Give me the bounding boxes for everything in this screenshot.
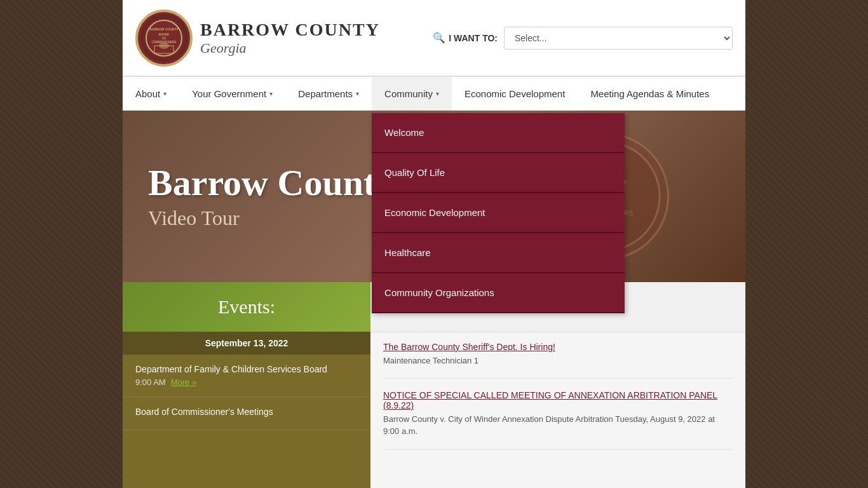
- nav-item-your-government: Your Government ▾: [179, 77, 285, 111]
- events-date: September 13, 2022: [123, 332, 370, 355]
- dropdown-item-quality-of-life[interactable]: Quality Of Life: [372, 153, 625, 193]
- dropdown-item-economic-development[interactable]: Economic Development: [372, 193, 625, 233]
- events-section-title: Events:: [218, 296, 275, 317]
- i-want-to-section: 🔍 I WANT TO: Select...: [433, 27, 733, 50]
- events-panel: Events: September 13, 2022 Department of…: [123, 282, 370, 488]
- svg-point-6: [159, 43, 169, 49]
- search-icon: 🔍: [433, 32, 445, 44]
- events-body: September 13, 2022 Department of Family …: [123, 332, 370, 488]
- svg-text:OF: OF: [162, 37, 166, 40]
- logo-circle: BARROW COUNTY BOARD OF COMMISSIONERS: [135, 10, 193, 67]
- announcement-link-2[interactable]: NOTICE OF SPECIAL CALLED MEETING OF ANNE…: [383, 390, 733, 410]
- nav-item-meeting-agendas: Meeting Agendas & Minutes: [578, 77, 722, 111]
- logo-text: BARROW COUNTY Georgia: [200, 20, 380, 57]
- nav-item-departments: Departments ▾: [285, 77, 372, 111]
- event-name-1: Department of Family & Children Services…: [135, 364, 358, 374]
- announcements-body: The Barrow County Sheriff's Dept. Is Hir…: [370, 332, 745, 488]
- event-item-1: Department of Family & Children Services…: [123, 355, 370, 397]
- logo-subtitle: Georgia: [200, 40, 380, 57]
- nav-item-economic-development: Economic Development: [452, 77, 578, 111]
- dropdown-item-welcome[interactable]: Welcome: [372, 113, 625, 153]
- logo-area: BARROW COUNTY BOARD OF COMMISSIONERS BAR…: [135, 10, 380, 67]
- hero-content: Barrow County Video Tour: [148, 163, 394, 230]
- nav-link-community[interactable]: Community ▾: [372, 77, 452, 111]
- dropdown-item-community-organizations[interactable]: Community Organizations: [372, 273, 625, 313]
- nav-item-about: About ▾: [123, 77, 179, 111]
- i-want-to-label: 🔍 I WANT TO:: [433, 32, 498, 44]
- site-header: BARROW COUNTY BOARD OF COMMISSIONERS BAR…: [123, 0, 745, 76]
- nav-link-your-government[interactable]: Your Government ▾: [179, 77, 285, 111]
- event-more-link-1[interactable]: More »: [171, 377, 196, 387]
- dropdown-item-healthcare[interactable]: Healthcare: [372, 233, 625, 273]
- announcement-item-1: The Barrow County Sheriff's Dept. Is Hir…: [383, 342, 733, 379]
- main-nav: About ▾ Your Government ▾ Departments ▾ …: [123, 76, 745, 111]
- announcement-desc-2: Barrow County v. City of Winder Annexati…: [383, 414, 715, 436]
- event-name-2: Board of Commissioner's Meetings: [135, 407, 358, 417]
- hero-title: Barrow County: [148, 163, 394, 203]
- nav-link-meeting-agendas[interactable]: Meeting Agendas & Minutes: [578, 77, 722, 111]
- chevron-down-icon: ▾: [356, 90, 359, 97]
- hero-subtitle: Video Tour: [148, 207, 394, 230]
- logo-inner: BARROW COUNTY BOARD OF COMMISSIONERS: [140, 14, 188, 62]
- events-header: Events:: [123, 282, 370, 332]
- chevron-down-icon: ▾: [269, 90, 273, 97]
- nav-link-about[interactable]: About ▾: [123, 77, 179, 111]
- nav-list: About ▾ Your Government ▾ Departments ▾ …: [123, 77, 745, 111]
- event-item-2: Board of Commissioner's Meetings: [123, 397, 370, 430]
- announcement-desc-1: Maintenance Technician 1: [383, 356, 478, 365]
- i-want-to-select[interactable]: Select...: [504, 27, 733, 50]
- announcement-link-1[interactable]: The Barrow County Sheriff's Dept. Is Hir…: [383, 342, 733, 352]
- announcement-item-2: NOTICE OF SPECIAL CALLED MEETING OF ANNE…: [383, 390, 733, 449]
- logo-title: BARROW COUNTY: [200, 20, 380, 40]
- nav-link-economic-development[interactable]: Economic Development: [452, 77, 578, 111]
- chevron-down-icon: ▾: [163, 90, 166, 97]
- nav-item-community: Community ▾ Welcome Quality Of Life Econ…: [372, 77, 452, 111]
- community-dropdown: Welcome Quality Of Life Economic Develop…: [372, 113, 625, 313]
- nav-link-departments[interactable]: Departments ▾: [285, 77, 372, 111]
- svg-text:BOARD: BOARD: [159, 33, 170, 36]
- event-time-1: 9:00 AM More »: [135, 377, 358, 387]
- svg-text:BARROW COUNTY: BARROW COUNTY: [149, 27, 179, 31]
- chevron-down-icon: ▾: [436, 90, 439, 97]
